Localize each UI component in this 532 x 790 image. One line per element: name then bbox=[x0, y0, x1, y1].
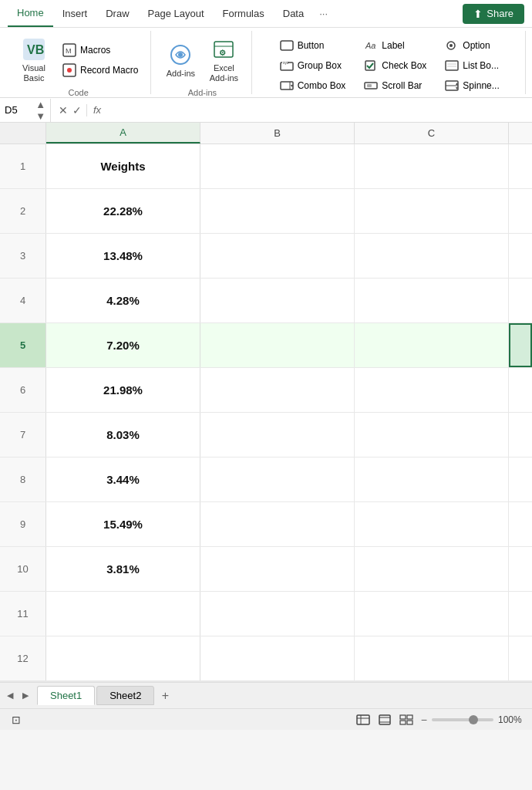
svg-text:M: M bbox=[66, 47, 72, 55]
sheet-scroll-right-button[interactable]: ▶ bbox=[19, 689, 32, 703]
cell-c12[interactable] bbox=[355, 636, 509, 680]
sheet-tab-sheet2[interactable]: Sheet2 bbox=[96, 686, 154, 705]
cell-c4[interactable] bbox=[355, 279, 509, 322]
page-break-view-button[interactable] bbox=[398, 711, 415, 728]
combo-box-control[interactable]: ▾ Combo Box bbox=[277, 77, 349, 94]
tab-insert[interactable]: Insert bbox=[53, 0, 97, 27]
row-number-6: 6 bbox=[0, 368, 46, 412]
col-header-b[interactable]: B bbox=[200, 123, 355, 143]
code-group-label: Code bbox=[69, 88, 89, 97]
option-control-icon bbox=[445, 39, 459, 52]
cell-c5[interactable] bbox=[355, 323, 509, 367]
cell-c11[interactable] bbox=[355, 592, 509, 636]
spinner-control[interactable]: ▲▼ Spinne... bbox=[442, 77, 502, 94]
cell-c9[interactable] bbox=[355, 502, 509, 546]
share-button[interactable]: ⬆ Share bbox=[463, 4, 524, 24]
cell-reference-box[interactable]: D5 ▲ ▼ bbox=[5, 99, 51, 122]
add-sheet-button[interactable]: + bbox=[156, 687, 174, 705]
cell-a1[interactable]: Weights bbox=[46, 144, 200, 188]
tab-draw[interactable]: Draw bbox=[96, 0, 138, 27]
excel-add-ins-button[interactable]: ⚙ ExcelAdd-ins bbox=[204, 34, 244, 86]
visual-basic-icon: VB bbox=[22, 37, 46, 62]
cell-a8[interactable]: 3.44% bbox=[46, 457, 200, 501]
macros-col: M Macros Record Macro bbox=[57, 41, 143, 79]
cell-a11[interactable] bbox=[46, 592, 200, 636]
cell-a4[interactable]: 4.28% bbox=[46, 279, 200, 322]
zoom-track[interactable] bbox=[432, 718, 493, 721]
button-control-icon bbox=[280, 39, 294, 52]
cell-b2[interactable] bbox=[200, 189, 355, 233]
cell-c3[interactable] bbox=[355, 234, 509, 278]
cell-rest-7 bbox=[509, 413, 532, 457]
excel-add-ins-label: ExcelAdd-ins bbox=[210, 63, 238, 83]
cell-a6[interactable]: 21.98% bbox=[46, 368, 200, 412]
macros-button[interactable]: M Macros bbox=[57, 41, 143, 59]
cancel-formula-button[interactable]: ✕ bbox=[59, 104, 68, 116]
tab-formulas[interactable]: Formulas bbox=[214, 0, 274, 27]
addins-group-items: Add-ins ⚙ ExcelAdd-ins bbox=[160, 34, 244, 86]
cell-ref-arrows[interactable]: ▲ ▼ bbox=[35, 99, 45, 122]
cell-b7[interactable] bbox=[200, 413, 355, 457]
tab-data[interactable]: Data bbox=[274, 0, 313, 27]
col-header-c[interactable]: C bbox=[355, 123, 509, 143]
cell-b8[interactable] bbox=[200, 457, 355, 501]
scroll-bar-control-icon bbox=[364, 79, 378, 93]
add-ins-button[interactable]: Add-ins bbox=[160, 39, 200, 81]
cell-b3[interactable] bbox=[200, 234, 355, 278]
sheet-tab-sheet1[interactable]: Sheet1 bbox=[37, 686, 95, 705]
table-row: 3 13.48% bbox=[0, 234, 532, 279]
confirm-formula-button[interactable]: ✓ bbox=[72, 104, 82, 116]
visual-basic-button[interactable]: VB VisualBasic bbox=[14, 34, 54, 86]
cell-b4[interactable] bbox=[200, 279, 355, 322]
record-macro-button[interactable]: Record Macro bbox=[57, 61, 143, 79]
cell-b1[interactable] bbox=[200, 144, 355, 188]
group-box-control[interactable]: xyz Group Box bbox=[277, 57, 349, 74]
zoom-thumb[interactable] bbox=[469, 715, 478, 724]
cell-c1[interactable] bbox=[355, 144, 509, 188]
normal-view-button[interactable] bbox=[355, 711, 372, 728]
button-control[interactable]: Button bbox=[277, 37, 349, 54]
col-header-a[interactable]: A bbox=[46, 123, 200, 143]
option-control[interactable]: Option bbox=[442, 37, 502, 54]
cell-b11[interactable] bbox=[200, 592, 355, 636]
scroll-bar-control[interactable]: Scroll Bar bbox=[361, 77, 429, 94]
list-box-control[interactable]: List Bo... bbox=[442, 57, 502, 74]
tab-home[interactable]: Home bbox=[8, 0, 53, 27]
formula-input[interactable] bbox=[107, 104, 527, 116]
cell-a9[interactable]: 15.49% bbox=[46, 502, 200, 546]
cell-b10[interactable] bbox=[200, 547, 355, 591]
zoom-out-button[interactable]: − bbox=[421, 714, 427, 726]
svg-rect-30 bbox=[357, 715, 369, 724]
cell-c6[interactable] bbox=[355, 368, 509, 412]
row-number-7: 7 bbox=[0, 413, 46, 457]
cell-c2[interactable] bbox=[355, 189, 509, 233]
cell-a2[interactable]: 22.28% bbox=[46, 189, 200, 233]
svg-text:⚙: ⚙ bbox=[219, 49, 226, 57]
cell-b5[interactable] bbox=[200, 323, 355, 367]
macros-icon: M bbox=[62, 42, 77, 58]
cell-rest-6 bbox=[509, 368, 532, 412]
cell-c8[interactable] bbox=[355, 457, 509, 501]
cell-b12[interactable] bbox=[200, 636, 355, 680]
cell-c7[interactable] bbox=[355, 413, 509, 457]
cell-a10[interactable]: 3.81% bbox=[46, 547, 200, 591]
page-layout-view-button[interactable] bbox=[376, 711, 393, 728]
label-control[interactable]: Aa Label bbox=[361, 37, 429, 54]
tabs-more-icon[interactable]: ··· bbox=[313, 8, 334, 19]
cell-c10[interactable] bbox=[355, 547, 509, 591]
check-box-control[interactable]: Check Box bbox=[361, 57, 429, 74]
sheet-scroll-left-button[interactable]: ◀ bbox=[3, 689, 17, 703]
cell-a7[interactable]: 8.03% bbox=[46, 413, 200, 457]
cell-rest-12 bbox=[509, 636, 532, 680]
row-number-3: 3 bbox=[0, 234, 46, 278]
row-number-11: 11 bbox=[0, 592, 46, 636]
cell-d5[interactable] bbox=[509, 323, 532, 367]
col-header-extra[interactable] bbox=[509, 123, 532, 143]
tab-page-layout[interactable]: Page Layout bbox=[139, 0, 214, 27]
status-left: ⊡ bbox=[8, 711, 25, 728]
cell-a5[interactable]: 7.20% bbox=[46, 323, 200, 367]
cell-b6[interactable] bbox=[200, 368, 355, 412]
cell-b9[interactable] bbox=[200, 502, 355, 546]
cell-a12[interactable] bbox=[46, 636, 200, 680]
cell-a3[interactable]: 13.48% bbox=[46, 234, 200, 278]
